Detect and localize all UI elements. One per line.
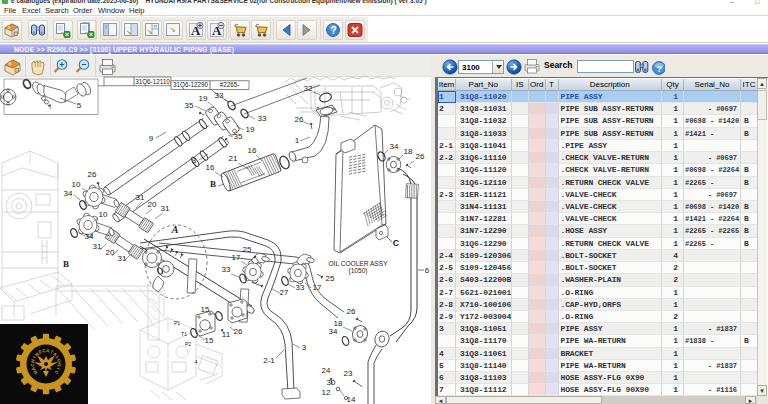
svg-text:24: 24 [322,366,331,375]
svg-text:P1: P1 [174,320,180,326]
svg-text:34: 34 [390,142,399,151]
svg-text:30: 30 [327,378,336,387]
svg-text:?: ? [330,25,336,36]
svg-text:4: 4 [194,359,197,365]
svg-text:32: 32 [304,84,313,93]
svg-text:34: 34 [64,189,73,198]
svg-text:31Q6-12290: 31Q6-12290 [173,81,209,89]
svg-text:C: C [393,238,400,248]
svg-text:#2265-: #2265- [220,81,240,88]
svg-text:35: 35 [185,101,194,110]
svg-text:25: 25 [243,245,252,254]
svg-text:20: 20 [148,200,157,209]
svg-text:B: B [63,259,69,269]
svg-text:16: 16 [206,163,215,172]
svg-text:16: 16 [248,146,257,155]
svg-text:23: 23 [344,369,353,378]
svg-text:2-1: 2-1 [263,356,275,365]
svg-text:26: 26 [88,170,97,179]
svg-text:8: 8 [192,156,197,165]
svg-text:10: 10 [99,210,108,219]
svg-text:A: A [171,224,179,235]
svg-text:26: 26 [347,307,356,316]
svg-text:3: 3 [302,343,307,352]
svg-text:26: 26 [295,115,304,124]
svg-text:P2: P2 [185,341,191,347]
svg-text:OIL COOLER ASSY: OIL COOLER ASSY [328,260,388,267]
svg-text:15: 15 [205,336,214,345]
svg-text:B: B [210,179,216,189]
svg-text:17: 17 [232,253,241,262]
svg-text:27: 27 [280,288,289,297]
svg-text:20: 20 [106,248,115,257]
svg-text:18: 18 [404,147,413,156]
svg-text:33: 33 [258,114,267,123]
svg-text:26: 26 [416,152,425,161]
svg-text:31: 31 [136,193,145,202]
svg-text:T1: T1 [181,331,187,337]
svg-text:17: 17 [313,283,322,292]
svg-text:19: 19 [199,94,208,103]
svg-text:31: 31 [118,254,127,263]
svg-text:31: 31 [161,204,170,213]
svg-text:19: 19 [246,125,255,134]
svg-text:25: 25 [326,274,335,283]
svg-text:33: 33 [222,265,231,274]
svg-text:14: 14 [347,395,356,404]
svg-text:21: 21 [229,154,238,163]
svg-text:5: 5 [77,101,82,110]
svg-text:15: 15 [201,305,210,314]
svg-text:1: 1 [295,136,300,145]
svg-text:35: 35 [234,132,243,141]
svg-text:33: 33 [296,283,305,292]
svg-text:26: 26 [234,327,243,336]
svg-text:(1050): (1050) [348,267,367,275]
svg-text:?: ? [657,64,663,74]
svg-text:12: 12 [322,388,331,397]
svg-text:31Q6-12110: 31Q6-12110 [135,78,170,86]
svg-text:9: 9 [149,134,154,143]
svg-text:6: 6 [425,266,430,275]
svg-text:34: 34 [85,232,94,241]
svg-text:33: 33 [215,91,224,100]
svg-text:34: 34 [329,327,338,336]
svg-text:10: 10 [72,180,81,189]
